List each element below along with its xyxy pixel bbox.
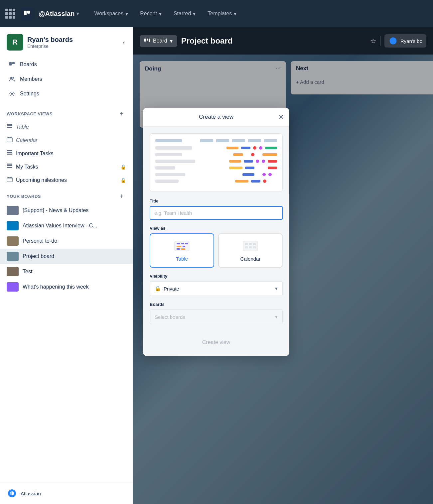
- top-navigation: @Atlassian ▾ Workspaces ▾ Recent ▾ Starr…: [0, 0, 433, 27]
- svg-rect-0: [24, 11, 27, 15]
- create-view-button[interactable]: Create view: [150, 335, 283, 349]
- sidebar-item-members[interactable]: Members: [4, 72, 129, 86]
- boards-placeholder: Select boards: [155, 314, 275, 320]
- sidebar-board-whats-happening[interactable]: What's happening this week: [0, 279, 133, 295]
- svg-rect-15: [7, 152, 12, 153]
- brand-name[interactable]: @Atlassian ▾: [39, 10, 79, 18]
- templates-button[interactable]: Templates ▾: [203, 9, 241, 19]
- sidebar: R Ryan's boards Enterprise ‹ Boards Memb…: [0, 27, 133, 504]
- svg-rect-14: [7, 150, 12, 151]
- svg-point-5: [13, 77, 14, 79]
- view-option-table[interactable]: Table: [150, 233, 214, 268]
- sidebar-board-atlassian-values[interactable]: Atlassian Values Interview - C...: [0, 218, 133, 233]
- visibility-field: Visibility 🔒 Private ▾: [150, 274, 283, 296]
- svg-rect-28: [177, 243, 180, 244]
- calendar-icon: [7, 137, 13, 144]
- star-board-button[interactable]: ☆: [370, 37, 376, 45]
- workspace-plan: Enterprise: [27, 44, 117, 49]
- sidebar-item-label: Settings: [20, 91, 39, 97]
- sidebar-item-settings[interactable]: Settings: [4, 86, 129, 101]
- sidebar-board-personal-todo[interactable]: Personal to-do: [0, 233, 133, 249]
- avatar: R: [7, 34, 23, 51]
- svg-rect-33: [177, 248, 180, 250]
- svg-rect-41: [253, 246, 256, 248]
- svg-rect-32: [183, 246, 185, 247]
- table-view-icon: [173, 239, 191, 253]
- board-thumbnail: [7, 282, 19, 292]
- table-icon: [7, 123, 13, 131]
- visibility-select[interactable]: 🔒 Private ▾: [150, 281, 283, 296]
- table-icon: [7, 150, 13, 157]
- svg-rect-1: [27, 11, 30, 14]
- members-icon: [8, 75, 16, 83]
- table-preview: [150, 133, 283, 192]
- calendar-view-icon: [241, 239, 260, 253]
- atlassian-logo: [7, 488, 17, 499]
- sidebar-view-table[interactable]: Table: [0, 120, 133, 134]
- sidebar-navigation: Boards Members Settings: [0, 54, 133, 104]
- svg-rect-25: [147, 39, 148, 41]
- sidebar-view-important-tasks[interactable]: Important Tasks: [0, 147, 133, 160]
- svg-rect-8: [7, 125, 12, 126]
- templates-chevron-icon: ▾: [234, 11, 236, 17]
- board-workspace-name: Ryan's bo: [400, 38, 422, 44]
- svg-rect-16: [7, 154, 12, 155]
- svg-rect-40: [249, 246, 252, 248]
- svg-rect-26: [149, 39, 150, 42]
- modal-header: Create a view ✕: [143, 108, 289, 127]
- svg-rect-36: [245, 243, 248, 245]
- svg-rect-39: [245, 246, 248, 248]
- sidebar-view-calendar[interactable]: Calendar: [0, 134, 133, 147]
- svg-point-6: [11, 93, 13, 95]
- table-icon: [7, 163, 13, 171]
- add-board-button[interactable]: +: [117, 191, 126, 201]
- lock-icon: 🔒: [120, 164, 126, 170]
- brand-chevron-icon: ▾: [76, 11, 79, 16]
- sidebar-view-my-tasks[interactable]: My Tasks 🔒: [0, 160, 133, 174]
- visibility-label: Visibility: [150, 274, 283, 279]
- sidebar-board-test[interactable]: Test: [0, 264, 133, 279]
- modal-body: Title View as: [143, 127, 289, 356]
- recent-button[interactable]: Recent ▾: [135, 9, 166, 19]
- workspaces-button[interactable]: Workspaces ▾: [89, 9, 133, 19]
- header-divider: [380, 36, 380, 46]
- grid-icon: [5, 9, 15, 19]
- collapse-sidebar-button[interactable]: ‹: [121, 38, 126, 47]
- starred-button[interactable]: Starred ▾: [169, 9, 200, 19]
- sidebar-bottom: Atlassian: [0, 482, 133, 504]
- view-as-label: View as: [150, 226, 283, 231]
- svg-rect-7: [7, 124, 12, 125]
- boards-label: Boards: [150, 302, 283, 307]
- lock-icon: 🔒: [120, 178, 126, 183]
- board-thumbnail: [7, 221, 19, 230]
- settings-icon: [8, 90, 16, 98]
- svg-rect-17: [7, 164, 12, 165]
- board-view-button[interactable]: Board ▾: [140, 35, 177, 47]
- title-input[interactable]: [150, 206, 283, 220]
- title-label: Title: [150, 198, 283, 203]
- boards-field: Boards Select boards ▾: [150, 302, 283, 324]
- sidebar-board-support[interactable]: [Support] - News & Updates: [0, 203, 133, 218]
- board-workspace-button[interactable]: Ryan's bo: [384, 34, 426, 48]
- your-boards-title: Your boards: [7, 194, 41, 199]
- view-option-calendar[interactable]: Calendar: [218, 233, 283, 268]
- visibility-chevron-icon: ▾: [275, 286, 278, 292]
- sidebar-view-upcoming-milestones[interactable]: Upcoming milestones 🔒: [0, 174, 133, 187]
- boards-select[interactable]: Select boards ▾: [150, 310, 283, 324]
- board-thumbnail: [7, 252, 19, 261]
- modal-title: Create a view: [199, 114, 233, 120]
- board-thumbnail: [7, 267, 19, 276]
- modal-close-button[interactable]: ✕: [278, 113, 284, 121]
- workspace-info: Ryan's boards Enterprise: [27, 36, 117, 49]
- sidebar-board-project[interactable]: Project board: [0, 249, 133, 264]
- board-thumbnail: [7, 206, 19, 215]
- add-workspace-view-button[interactable]: +: [117, 109, 126, 118]
- recent-chevron-icon: ▾: [159, 11, 162, 17]
- create-view-modal: Create a view ✕: [143, 108, 289, 356]
- view-options: Table: [150, 233, 283, 268]
- sidebar-item-boards[interactable]: Boards: [4, 57, 129, 72]
- modal-overlay: Create a view ✕: [133, 55, 433, 504]
- sidebar-item-label: Members: [20, 76, 42, 82]
- svg-rect-2: [9, 62, 12, 65]
- trello-logo: [21, 7, 33, 20]
